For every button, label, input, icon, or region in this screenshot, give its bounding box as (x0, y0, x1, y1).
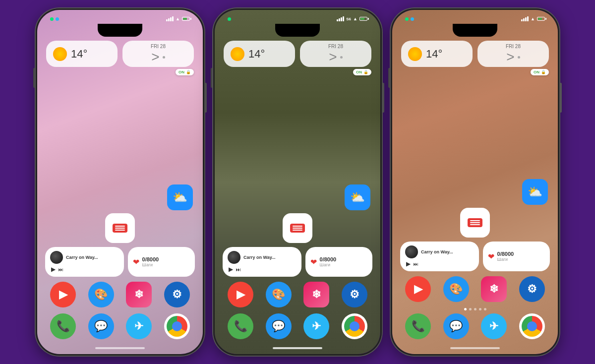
lock-on-label-1: ON (178, 70, 184, 74)
lock-badge-3[interactable]: ON 🔒 (531, 69, 549, 75)
music-widget-3[interactable]: Carry on Way... ▶ ⏭ (400, 242, 479, 271)
signal-bar (343, 16, 344, 21)
youtube-icon-2[interactable]: ▶ (228, 282, 253, 307)
weather-widget-3a[interactable]: 14° (401, 41, 473, 67)
calendar-widget-2[interactable]: FRI 28 > (300, 41, 371, 67)
telegram-icon-2[interactable]: ✈ (303, 313, 329, 339)
music-widget-2[interactable]: Carry on Way... ▶ ⏭ (223, 247, 301, 277)
toolbox-row-2 (222, 213, 373, 243)
steps-info-3: 0/8000 Шаги (497, 251, 514, 262)
settings-icon-2[interactable]: ⚙ (342, 282, 367, 307)
play-btn-1[interactable]: ▶ (51, 266, 56, 273)
weather-app-icon-1[interactable]: ⛅ (167, 184, 193, 210)
weather-widget-2a[interactable]: 14° (224, 41, 295, 67)
youtube-icon-1[interactable]: ▶ (50, 282, 76, 307)
toolbox-icon-3[interactable] (460, 208, 490, 238)
lock-badge-2[interactable]: ON 🔒 (353, 69, 371, 75)
flower-space-2 (222, 75, 373, 184)
telegram-icon-1[interactable]: ✈ (126, 313, 152, 339)
signal-bars-1 (166, 16, 174, 21)
signal-bars-2 (337, 16, 344, 21)
messages-icon-1[interactable]: 💬 (88, 313, 114, 339)
toolbox-icon-1[interactable] (105, 213, 135, 243)
signal-bar (525, 17, 527, 21)
notch-1 (98, 24, 142, 37)
chevron-icon-3: > (506, 50, 514, 64)
signal-bar (168, 18, 170, 21)
snowflake-icon-1[interactable]: ❄ (126, 282, 152, 307)
calendar-widget-1[interactable]: FRI 28 > (122, 41, 194, 67)
paint-icon-2[interactable]: 🎨 (266, 282, 292, 307)
phone-icon-1[interactable]: 📞 (50, 313, 76, 339)
settings-icon-3[interactable]: ⚙ (519, 276, 545, 302)
toolbox-lines-2 (290, 224, 305, 233)
snowflake-icon-3[interactable]: ❄ (481, 276, 507, 302)
lock-emoji-3: 🔒 (541, 70, 546, 74)
paint-icon-3[interactable]: 🎨 (443, 276, 469, 302)
battery-icon-3 (537, 17, 545, 21)
steps-widget-1[interactable]: ❤ 0/8000 Шаги (128, 247, 195, 277)
telegram-icon-3[interactable]: ✈ (481, 313, 507, 339)
status-right-2: S6 ▲ (337, 16, 367, 21)
youtube-icon-3[interactable]: ▶ (405, 276, 431, 302)
chrome-icon-2[interactable] (342, 313, 367, 339)
toolbox-line (470, 222, 480, 223)
weather-widget-1[interactable]: 14° (46, 41, 118, 67)
skip-btn-3[interactable]: ⏭ (414, 261, 418, 267)
phone-icon-3[interactable]: 📞 (405, 313, 431, 339)
play-btn-3[interactable]: ▶ (406, 260, 411, 267)
status-right-1: ▲ (166, 16, 190, 21)
lock-on-label-3: ON (534, 70, 539, 74)
snow-sym-3: ❄ (489, 283, 498, 296)
msg-sym-3: 💬 (449, 320, 463, 333)
toolbox-lines-3 (468, 218, 482, 227)
cloud-icon-3: ⛅ (528, 185, 542, 199)
calendar-widget-3[interactable]: FRI 28 > (477, 41, 549, 67)
status-bar-3: ▲ (399, 10, 551, 24)
chrome-icon-3[interactable] (519, 313, 545, 339)
settings-icon-1[interactable]: ⚙ (164, 282, 190, 307)
play-btn-2[interactable]: ▶ (229, 266, 233, 273)
snow-sym-2: ❄ (312, 288, 321, 301)
phone-sym-3: 📞 (412, 320, 425, 333)
skip-btn-2[interactable]: ⏭ (236, 267, 241, 272)
signal-bar (527, 16, 529, 21)
sun-icon-2 (231, 47, 244, 61)
status-dots-3 (405, 17, 414, 21)
music-widget-1[interactable]: Carry on Way... ▶ ⏭ (45, 247, 124, 277)
signal-bar (170, 17, 172, 21)
weather-app-icon-2[interactable]: ⛅ (345, 184, 370, 210)
battery-fill-3 (538, 18, 542, 20)
toolbox-line (293, 226, 302, 227)
steps-widget-2[interactable]: ❤ 0/8000 Шаги (305, 247, 372, 277)
steps-info-2: 0/8000 Шаги (320, 256, 337, 267)
heart-icon-1: ❤ (133, 257, 139, 267)
messages-icon-3[interactable]: 💬 (443, 313, 469, 339)
paint-icon-1[interactable]: 🎨 (88, 282, 114, 307)
toolbox-icon-2[interactable] (283, 213, 312, 243)
messages-icon-2[interactable]: 💬 (266, 313, 292, 339)
heart-icon-2: ❤ (310, 257, 317, 267)
battery-fill-2 (360, 18, 364, 20)
cloud-icon-1: ⛅ (173, 190, 187, 204)
phone-icon-2[interactable]: 📞 (228, 313, 253, 339)
skip-btn-1[interactable]: ⏭ (59, 267, 63, 272)
lock-badge-1[interactable]: ON 🔒 (176, 69, 194, 75)
page-dot-5-3 (484, 308, 486, 310)
chrome-icon-1[interactable] (164, 313, 190, 339)
temp-1: 14° (71, 48, 87, 61)
snowflake-icon-2[interactable]: ❄ (303, 282, 329, 307)
weather-app-icon-3[interactable]: ⛅ (522, 179, 548, 205)
signal-bar (521, 19, 523, 21)
status-dots-1 (50, 17, 59, 21)
steps-widget-3[interactable]: ❤ 0/8000 Шаги (483, 242, 550, 271)
music-top-2: Carry on Way... (228, 251, 297, 264)
music-thumb-1 (50, 251, 63, 264)
app-row-1-2: ▶ 🎨 ❄ ⚙ (222, 282, 373, 307)
phone-3: ▲ 14° FRI 28 > (391, 8, 559, 356)
page-dot-2-3 (469, 308, 472, 310)
lock-area-2: ON 🔒 (222, 69, 373, 75)
phone-sym-2: 📞 (234, 320, 247, 333)
dot-small-3 (518, 56, 520, 59)
status-dots-2 (228, 17, 231, 21)
